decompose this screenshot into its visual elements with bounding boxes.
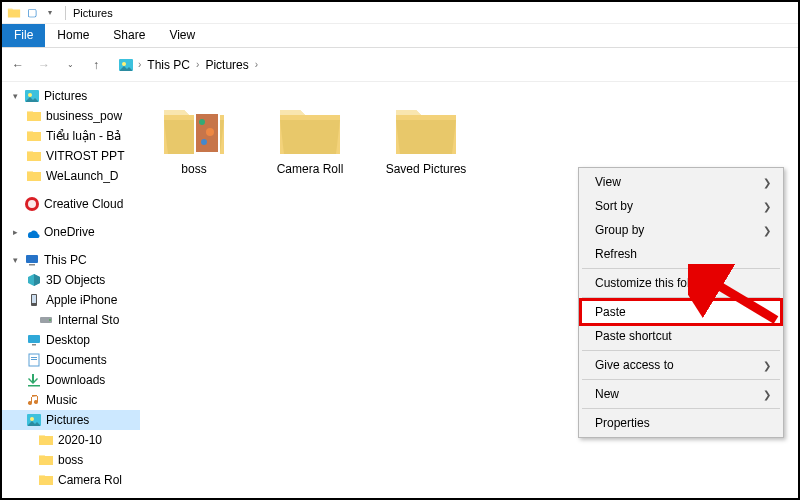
title-bar: ▢ ▾ Pictures <box>2 2 798 24</box>
chevron-right-icon: ❯ <box>763 201 771 212</box>
menu-label: Sort by <box>595 199 633 213</box>
tree-item[interactable]: boss <box>2 450 140 470</box>
menu-separator <box>582 408 780 409</box>
context-menu-item[interactable]: Refresh <box>581 242 781 266</box>
tree-item[interactable]: Camera Rol <box>2 470 140 490</box>
navigation-tree[interactable]: ▾Picturesbusiness_powTiểu luận - BảVITRO… <box>2 82 140 498</box>
chevron-right-icon[interactable]: › <box>194 59 201 70</box>
tree-label: Documents <box>46 353 107 367</box>
expander-icon[interactable]: ▸ <box>10 227 20 237</box>
phone-icon <box>26 292 42 308</box>
tree-item[interactable]: Music <box>2 390 140 410</box>
tree-label: Apple iPhone <box>46 293 117 307</box>
tree-item[interactable]: 3D Objects <box>2 270 140 290</box>
context-menu-item[interactable]: Paste shortcut <box>581 324 781 348</box>
tree-item[interactable]: Apple iPhone <box>2 290 140 310</box>
tree-item[interactable]: ▾This PC <box>2 250 140 270</box>
folder-item[interactable]: boss <box>150 102 238 176</box>
context-menu-item[interactable]: New❯ <box>581 382 781 406</box>
tree-label: Tiểu luận - Bả <box>46 129 121 143</box>
thispc-icon <box>24 252 40 268</box>
menu-label: Customize this folder... <box>595 276 716 290</box>
chevron-right-icon[interactable]: › <box>136 59 143 70</box>
qat-dropdown-icon[interactable]: ▾ <box>42 5 58 21</box>
tree-item[interactable]: WeLaunch_D <box>2 166 140 186</box>
folder-item[interactable]: Camera Roll <box>266 102 354 176</box>
folder-icon <box>26 108 42 124</box>
menu-separator <box>582 379 780 380</box>
folder-icon <box>38 432 54 448</box>
expander-icon[interactable]: ▾ <box>10 91 20 101</box>
folder-icon <box>38 452 54 468</box>
context-menu-item[interactable]: Sort by❯ <box>581 194 781 218</box>
context-menu-item[interactable]: Group by❯ <box>581 218 781 242</box>
folder-icon <box>38 472 54 488</box>
tree-item[interactable]: Creative Cloud <box>2 194 140 214</box>
context-menu-item[interactable]: Properties <box>581 411 781 435</box>
folder-icon[interactable] <box>6 5 22 21</box>
tree-label: Music <box>46 393 77 407</box>
chevron-right-icon: ❯ <box>763 225 771 236</box>
drive-icon <box>38 312 54 328</box>
tree-item[interactable]: Internal Sto <box>2 310 140 330</box>
menu-label: Properties <box>595 416 650 430</box>
folder-icon <box>26 148 42 164</box>
address-bar: ← → ⌄ ↑ › This PC › Pictures › <box>2 48 798 82</box>
tree-label: Pictures <box>46 413 89 427</box>
tree-item[interactable]: Desktop <box>2 330 140 350</box>
tab-home[interactable]: Home <box>45 24 101 47</box>
context-menu[interactable]: View❯Sort by❯Group by❯RefreshCustomize t… <box>578 167 784 438</box>
menu-label: New <box>595 387 619 401</box>
crumb-pictures[interactable]: Pictures <box>203 56 250 74</box>
tree-label: VITROST PPT <box>46 149 124 163</box>
3d-icon <box>26 272 42 288</box>
breadcrumb[interactable]: › This PC › Pictures › <box>112 56 792 74</box>
menu-label: Paste shortcut <box>595 329 672 343</box>
tab-share[interactable]: Share <box>101 24 157 47</box>
chevron-right-icon[interactable]: › <box>253 59 260 70</box>
context-menu-item[interactable]: Give access to❯ <box>581 353 781 377</box>
tree-item[interactable]: business_pow <box>2 106 140 126</box>
crumb-this-pc[interactable]: This PC <box>145 56 192 74</box>
folder-item[interactable]: Saved Pictures <box>382 102 470 176</box>
chevron-right-icon: ❯ <box>763 177 771 188</box>
folder-icon <box>26 168 42 184</box>
tab-view[interactable]: View <box>157 24 207 47</box>
ribbon-tabs: File Home Share View <box>2 24 798 48</box>
tree-item[interactable]: ▾Pictures <box>2 86 140 106</box>
pictures-icon <box>118 57 134 73</box>
context-menu-item[interactable]: Customize this folder... <box>581 271 781 295</box>
tree-label: 3D Objects <box>46 273 105 287</box>
tab-file[interactable]: File <box>2 24 45 47</box>
tree-label: business_pow <box>46 109 122 123</box>
context-menu-item[interactable]: Paste <box>581 300 781 324</box>
tree-item[interactable]: Downloads <box>2 370 140 390</box>
recent-dropdown-icon[interactable]: ⌄ <box>60 55 80 75</box>
up-button[interactable]: ↑ <box>86 55 106 75</box>
properties-qat-icon[interactable]: ▢ <box>24 5 40 21</box>
expander-icon[interactable]: ▾ <box>10 255 20 265</box>
folder-icon <box>26 128 42 144</box>
chevron-right-icon: ❯ <box>763 360 771 371</box>
onedrive-icon <box>24 224 40 240</box>
svg-point-18 <box>199 119 205 125</box>
menu-separator <box>582 268 780 269</box>
tree-label: 2020-10 <box>58 433 102 447</box>
tree-item[interactable]: ▸OneDrive <box>2 222 140 242</box>
chevron-right-icon: ❯ <box>763 389 771 400</box>
tree-item[interactable]: Pictures <box>2 410 140 430</box>
tree-item[interactable]: Tiểu luận - Bả <box>2 126 140 146</box>
tree-item[interactable]: Documents <box>2 350 140 370</box>
folder-icon <box>160 102 228 158</box>
back-button[interactable]: ← <box>8 55 28 75</box>
tree-item[interactable]: VITROST PPT <box>2 146 140 166</box>
downloads-icon <box>26 372 42 388</box>
desktop-icon <box>26 332 42 348</box>
svg-point-20 <box>201 139 207 145</box>
pictures-icon <box>26 412 42 428</box>
tree-label: Desktop <box>46 333 90 347</box>
tree-item[interactable]: 2020-10 <box>2 430 140 450</box>
window-title: Pictures <box>73 7 113 19</box>
forward-button[interactable]: → <box>34 55 54 75</box>
context-menu-item[interactable]: View❯ <box>581 170 781 194</box>
